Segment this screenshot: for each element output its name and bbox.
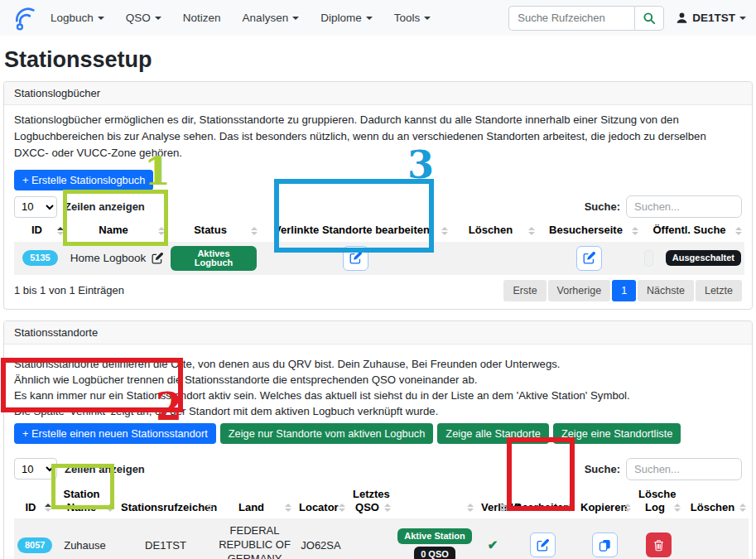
- pencil-square-icon: [583, 252, 595, 264]
- nav-item-diplome[interactable]: Diplome: [320, 12, 373, 24]
- sort-icon: [624, 504, 631, 512]
- col-header-edit[interactable]: Bearbeiten: [509, 484, 575, 519]
- page-title: Stationssetup: [4, 46, 753, 75]
- page-prev-button[interactable]: Vorherige: [548, 280, 611, 301]
- col-header-delete[interactable]: Löschen: [683, 484, 749, 519]
- last-qso-cell-empty: [348, 518, 393, 559]
- chevron-down-icon: [98, 17, 104, 20]
- sort-icon: [107, 504, 113, 512]
- nav-item-notizen[interactable]: Notizen: [183, 12, 221, 24]
- col-header-locator[interactable]: Locator: [294, 484, 348, 519]
- nav-label: Analysen: [243, 12, 289, 24]
- page-first-button[interactable]: Erste: [503, 280, 546, 301]
- sort-icon: [285, 504, 291, 512]
- callsign-search-input[interactable]: [508, 6, 634, 31]
- sort-icon: [528, 227, 535, 235]
- col-header-delete-log[interactable]: Lösche Log: [633, 484, 683, 519]
- nav-item-logbuch[interactable]: Logbuch: [51, 12, 104, 24]
- location-id-badge: 8057: [17, 537, 52, 553]
- logbooks-table: ID Name Status Verlinkte Standorte bearb…: [14, 219, 744, 274]
- col-header-linked-locations[interactable]: Verlinkte Standorte bearbeiten: [260, 219, 450, 241]
- table-search-label: Suche:: [585, 200, 620, 213]
- visitor-page-edit-button[interactable]: [576, 246, 602, 271]
- sort-icon: [57, 227, 64, 235]
- show-all-locations-button[interactable]: Zeige alle Standorte: [437, 423, 549, 444]
- rows-per-page-label: Zeilen anzeigen: [65, 200, 145, 213]
- col-header-station-status[interactable]: [393, 484, 476, 519]
- user-menu[interactable]: DE1TST: [676, 12, 746, 24]
- pencil-square-icon: [349, 252, 362, 264]
- create-logbook-button[interactable]: + Erstelle Stationslogbuch: [14, 170, 153, 190]
- create-location-button[interactable]: + Erstelle einen neuen Stationsstandort: [14, 423, 216, 444]
- col-header-status[interactable]: Status: [167, 219, 260, 241]
- sort-icon: [500, 504, 507, 512]
- nav-item-analysen[interactable]: Analysen: [243, 12, 300, 24]
- station-country: FEDERAL REPUBLIC OF GERMANY: [219, 524, 291, 559]
- col-header-station-name[interactable]: Station Name: [54, 484, 116, 519]
- table-search-input[interactable]: [626, 195, 742, 218]
- search-button[interactable]: [634, 6, 664, 31]
- rows-per-page-select[interactable]: 10: [14, 458, 57, 479]
- pencil-square-icon: [537, 539, 549, 552]
- edit-location-button[interactable]: [530, 532, 556, 557]
- sort-icon: [45, 504, 51, 512]
- logbook-name: Home Logbook: [70, 252, 147, 264]
- col-header-copy[interactable]: Kopieren: [575, 484, 633, 519]
- locations-panel-header: Stationsstandorte: [4, 321, 752, 345]
- description-line: Ähnlich wie Logbücher trennen die Statio…: [14, 372, 742, 388]
- sort-icon: [566, 504, 573, 512]
- show-active-logbook-locations-button[interactable]: Zeige nur Standorte vom aktiven Logbuch: [220, 423, 434, 444]
- edit-name-icon[interactable]: [152, 253, 163, 264]
- delete-log-button[interactable]: [646, 532, 672, 557]
- public-search-badge: Ausgeschaltet: [666, 250, 741, 266]
- active-station-badge: Aktive Station: [397, 528, 471, 544]
- search-icon: [643, 12, 656, 25]
- page-number-button[interactable]: 1: [612, 280, 636, 301]
- sort-icon: [339, 504, 345, 512]
- copy-location-button[interactable]: [592, 532, 618, 557]
- nav-item-tools[interactable]: Tools: [394, 12, 431, 24]
- public-search-toggle[interactable]: [644, 250, 653, 267]
- logbooks-panel-header: Stationslogbücher: [4, 82, 752, 105]
- page-next-button[interactable]: Nächste: [638, 280, 694, 301]
- col-header-linked[interactable]: Verlinkt: [476, 484, 509, 519]
- sort-icon: [158, 227, 165, 235]
- nav-label: Logbuch: [51, 12, 94, 24]
- table-search-input[interactable]: [626, 458, 742, 480]
- col-header-country[interactable]: Land: [215, 484, 294, 519]
- edit-linked-locations-button[interactable]: [343, 246, 368, 271]
- col-header-id[interactable]: ID: [14, 484, 54, 519]
- table-row: 5135 Home Logbook Aktives Logbuch: [14, 242, 744, 275]
- col-header-last-qso[interactable]: Letztes QSO: [348, 484, 393, 519]
- nav-label: Notizen: [183, 12, 221, 24]
- linked-check-icon: ✔: [488, 537, 498, 552]
- station-name: Zuhause: [64, 539, 106, 552]
- person-icon: [676, 12, 688, 24]
- qso-count-badge: 0 QSO: [414, 547, 455, 559]
- chevron-down-icon: [366, 17, 373, 20]
- rows-per-page-label: Zeilen anzeigen: [65, 463, 145, 475]
- page-last-button[interactable]: Letzte: [696, 280, 742, 301]
- sort-icon: [384, 504, 391, 512]
- col-header-public-search[interactable]: Öffentl. Suche: [641, 219, 744, 241]
- station-locator: JO62SA: [301, 539, 340, 552]
- station-callsign: DE1TST: [145, 539, 186, 552]
- sort-icon: [735, 227, 742, 235]
- col-header-id[interactable]: ID: [14, 219, 66, 241]
- col-header-name[interactable]: Name: [66, 219, 167, 241]
- active-logbook-badge: Aktives Logbuch: [171, 246, 257, 271]
- copy-icon: [599, 539, 611, 552]
- logbooks-panel: Stationslogbücher Stationslogbücher ermö…: [3, 81, 753, 309]
- locations-table: ID Station Name Stationsrufzeichen Land …: [14, 484, 749, 559]
- app-logo-icon[interactable]: [10, 5, 37, 31]
- main-menu: Logbuch QSO Notizen Analysen Diplome Too…: [51, 12, 431, 24]
- show-location-list-button[interactable]: Zeige eine Standortliste: [553, 423, 681, 444]
- description-line: Die Spalte 'Verlinkt' zeigt an, ob der S…: [14, 403, 742, 419]
- delete-cell-empty: [450, 242, 537, 275]
- nav-item-qso[interactable]: QSO: [126, 12, 161, 24]
- col-header-callsign[interactable]: Stationsrufzeichen: [116, 484, 215, 519]
- rows-per-page-select[interactable]: 10: [14, 196, 57, 218]
- trash-icon: [652, 539, 665, 552]
- col-header-visitor-page[interactable]: Besucherseite: [537, 219, 641, 241]
- col-header-delete[interactable]: Löschen: [450, 219, 537, 241]
